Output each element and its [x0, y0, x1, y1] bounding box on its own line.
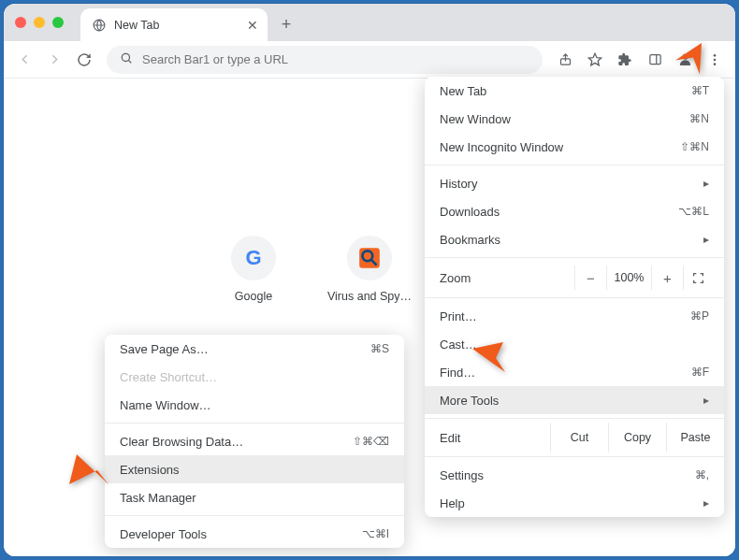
address-bar-placeholder: Search Bar1 or type a URL [142, 52, 288, 66]
menu-label: Find… [440, 366, 475, 380]
submenu-arrow-icon: ▸ [703, 394, 709, 407]
menu-cast[interactable]: Cast… [425, 330, 724, 358]
close-window-button[interactable] [15, 17, 26, 28]
window-controls [15, 17, 64, 28]
close-tab-icon[interactable]: ✕ [247, 18, 258, 33]
menu-print[interactable]: Print…⌘P [425, 302, 724, 330]
menu-separator [105, 515, 404, 516]
main-menu: New Tab⌘T New Window⌘N New Incognito Win… [425, 77, 724, 517]
shortcut-label: Google [235, 290, 272, 303]
submenu-task-manager[interactable]: Task Manager [105, 483, 404, 511]
reload-button[interactable] [71, 47, 97, 73]
shortcut-label: Virus and Spy… [327, 290, 412, 303]
menu-label: Settings [440, 468, 484, 482]
menu-label: Task Manager [120, 491, 196, 505]
svg-point-8 [714, 63, 717, 65]
menu-find[interactable]: Find…⌘F [425, 358, 724, 386]
tab-title: New Tab [114, 19, 239, 32]
menu-edit: Edit Cut Copy Paste [425, 423, 724, 452]
more-tools-submenu: Save Page As…⌘S Create Shortcut… Name Wi… [105, 335, 404, 548]
extensions-puzzle-icon[interactable] [612, 47, 638, 73]
menu-shortcut: ⇧⌘N [680, 140, 709, 153]
menu-separator [425, 297, 724, 298]
zoom-controls: − 100% + [574, 266, 713, 290]
svg-rect-3 [649, 55, 659, 65]
menu-history[interactable]: History▸ [425, 169, 724, 197]
svg-point-6 [714, 54, 717, 57]
menu-label: Print… [440, 309, 477, 323]
submenu-arrow-icon: ▸ [703, 233, 709, 246]
menu-label: Bookmarks [440, 233, 500, 247]
menu-shortcut: ⌘T [691, 84, 709, 97]
zoom-value: 100% [606, 266, 651, 290]
menu-separator [105, 423, 404, 424]
menu-shortcut: ⌘N [689, 112, 709, 125]
menu-more-tools[interactable]: More Tools▸ [425, 386, 724, 414]
submenu-developer-tools[interactable]: Developer Tools⌥⌘I [105, 520, 404, 548]
menu-bookmarks[interactable]: Bookmarks▸ [425, 225, 724, 253]
menu-separator [425, 165, 724, 165]
share-icon[interactable] [552, 47, 578, 73]
shortcut-icon [347, 236, 392, 280]
menu-incognito[interactable]: New Incognito Window⇧⌘N [425, 133, 724, 161]
forward-button[interactable] [41, 47, 67, 73]
menu-zoom: Zoom − 100% + [425, 262, 724, 294]
zoom-out-button[interactable]: − [574, 266, 606, 290]
menu-label: Name Window… [120, 398, 211, 412]
browser-tab[interactable]: New Tab ✕ [80, 8, 268, 41]
menu-shortcut: ⇧⌘⌫ [353, 435, 389, 448]
menu-label: Cast… [440, 337, 477, 352]
menu-label: More Tools [440, 394, 499, 408]
menu-new-tab[interactable]: New Tab⌘T [425, 77, 724, 105]
menu-label: History [440, 177, 477, 191]
google-logo-icon: G [245, 246, 261, 270]
browser-window: New Tab ✕ + Search Bar1 or type a URL [4, 4, 735, 556]
menu-settings[interactable]: Settings⌘, [425, 461, 724, 489]
submenu-name-window[interactable]: Name Window… [105, 391, 404, 419]
menu-label: Save Page As… [120, 342, 209, 356]
fullscreen-icon [692, 272, 704, 284]
menu-separator [425, 257, 724, 258]
menu-shortcut: ⌘P [690, 309, 709, 323]
menu-new-window[interactable]: New Window⌘N [425, 105, 724, 133]
svg-point-5 [682, 54, 688, 60]
menu-label: New Window [440, 112, 511, 126]
profile-avatar-icon[interactable] [672, 47, 698, 73]
address-bar[interactable]: Search Bar1 or type a URL [107, 46, 543, 74]
menu-label: New Incognito Window [440, 140, 563, 154]
menu-help[interactable]: Help▸ [425, 489, 724, 517]
minimize-window-button[interactable] [34, 17, 45, 28]
menu-separator [425, 418, 724, 419]
submenu-extensions[interactable]: Extensions [105, 455, 404, 483]
menu-shortcut: ⌥⌘L [678, 205, 709, 218]
maximize-window-button[interactable] [52, 17, 64, 28]
menu-dots-icon[interactable] [702, 47, 728, 73]
bookmark-star-icon[interactable] [582, 47, 608, 73]
menu-label: New Tab [440, 84, 486, 98]
submenu-arrow-icon: ▸ [703, 496, 709, 510]
svg-point-1 [122, 53, 129, 61]
submenu-clear-browsing-data[interactable]: Clear Browsing Data…⇧⌘⌫ [105, 427, 404, 455]
menu-label: Zoom [440, 271, 574, 285]
new-tab-button[interactable]: + [277, 15, 296, 34]
menu-label: Developer Tools [120, 527, 207, 541]
menu-label: Extensions [120, 463, 180, 477]
svg-point-7 [714, 58, 717, 61]
back-button[interactable] [11, 47, 37, 73]
fullscreen-button[interactable] [683, 266, 713, 290]
menu-label: Edit [440, 431, 550, 445]
titlebar: New Tab ✕ + [4, 4, 735, 41]
shortcut-icon: G [231, 236, 276, 280]
menu-downloads[interactable]: Downloads⌥⌘L [425, 197, 724, 225]
side-panel-icon[interactable] [642, 47, 668, 73]
cut-button[interactable]: Cut [550, 423, 608, 452]
search-icon [120, 51, 133, 68]
submenu-save-page-as[interactable]: Save Page As…⌘S [105, 335, 404, 363]
submenu-arrow-icon: ▸ [703, 177, 709, 190]
globe-icon [92, 18, 107, 33]
paste-button[interactable]: Paste [666, 423, 724, 452]
menu-label: Help [440, 496, 465, 510]
copy-button[interactable]: Copy [608, 423, 666, 452]
zoom-in-button[interactable]: + [651, 266, 683, 290]
menu-shortcut: ⌘F [691, 366, 709, 379]
